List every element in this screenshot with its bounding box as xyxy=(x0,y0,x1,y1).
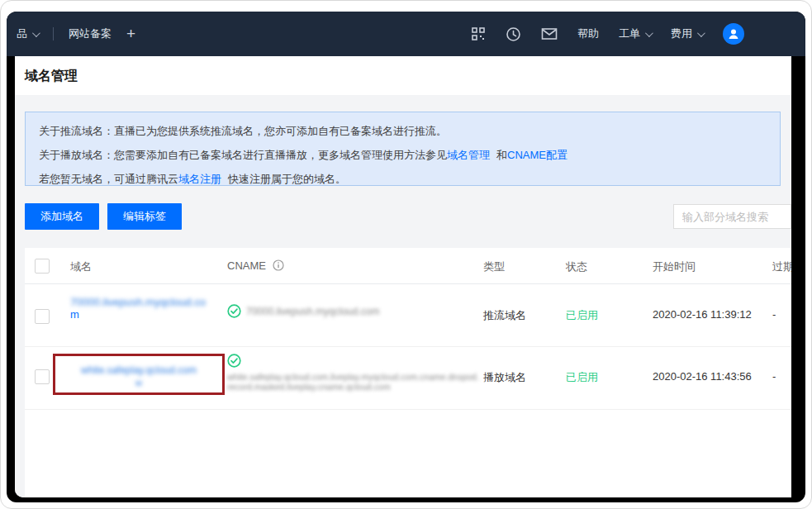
product-menu[interactable]: 品 xyxy=(17,26,38,41)
mail-icon[interactable] xyxy=(541,27,558,40)
chevron-down-icon xyxy=(32,29,40,37)
topbar-left: 品 网站备案 + xyxy=(17,12,135,56)
page-content: 域名管理 关于推流域名：直播已为您提供系统推流域名，您亦可添加自有已备案域名进行… xyxy=(15,56,791,497)
info-icon[interactable] xyxy=(273,259,284,271)
domain-table: 域名 CNAME 类型 状态 开始时间 过期时间 70000.livepush.… xyxy=(25,248,791,497)
status-badge: 已启用 xyxy=(566,308,598,323)
plus-icon: + xyxy=(126,25,135,43)
notice-box: 关于推流域名：直播已为您提供系统推流域名，您亦可添加自有已备案域名进行推流。 关… xyxy=(25,112,781,186)
header-cname: CNAME xyxy=(227,259,284,272)
qr-code-icon[interactable] xyxy=(471,26,486,41)
type-cell: 播放域名 xyxy=(483,370,526,385)
title-bar: 域名管理 xyxy=(15,56,791,95)
table-row: white.safeplay.qcloud.com w white.safepl… xyxy=(25,347,791,410)
row-checkbox[interactable] xyxy=(35,369,50,384)
domain-search-input[interactable] xyxy=(673,204,791,229)
expire-time-cell: - xyxy=(772,370,776,383)
nav-item-beian[interactable]: 网站备案 xyxy=(69,26,112,41)
header-start-time: 开始时间 xyxy=(653,259,696,274)
ticket-menu[interactable]: 工单 xyxy=(619,26,651,41)
domain-cell[interactable]: 70000.livepush.myqcloud.co m xyxy=(70,296,206,321)
notice-line-1: 关于推流域名：直播已为您提供系统推流域名，您亦可添加自有已备案域名进行推流。 xyxy=(39,119,767,143)
ticket-label: 工单 xyxy=(619,26,640,41)
notice-line-3: 若您暂无域名，可通过腾讯云域名注册快速注册属于您的域名。 xyxy=(39,167,767,191)
cname-config-link[interactable]: CNAME配置 xyxy=(507,149,567,161)
avatar[interactable] xyxy=(723,23,744,45)
table-header-row: 域名 CNAME 类型 状态 开始时间 过期时间 xyxy=(25,248,791,284)
header-domain: 域名 xyxy=(70,259,92,274)
notice-line-2: 关于播放域名：您需要添加自有已备案域名进行直播播放，更多域名管理使用方法参见域名… xyxy=(39,143,767,167)
chevron-down-icon xyxy=(645,29,653,37)
help-link[interactable]: 帮助 xyxy=(577,26,599,41)
edit-tags-button[interactable]: 编辑标签 xyxy=(107,203,182,230)
header-expire-time: 过期时间 xyxy=(772,259,791,274)
product-menu-label: 品 xyxy=(17,26,27,41)
help-label: 帮助 xyxy=(577,26,599,41)
nav-item-beian-label: 网站备案 xyxy=(69,26,112,41)
check-circle-icon xyxy=(227,354,241,368)
domain-management-link[interactable]: 域名管理 xyxy=(447,149,490,161)
check-circle-icon xyxy=(227,304,241,318)
add-tab-button[interactable]: + xyxy=(126,25,135,43)
header-type: 类型 xyxy=(483,259,505,274)
screenshot-canvas: 品 网站备案 + 帮助 工单 xyxy=(0,0,812,509)
billing-menu[interactable]: 费用 xyxy=(671,26,703,41)
topbar-divider xyxy=(53,27,54,40)
domain-cell[interactable]: white.safeplay.qcloud.com xyxy=(81,364,197,376)
status-badge: 已启用 xyxy=(566,370,598,385)
domain-register-link[interactable]: 域名注册 xyxy=(178,173,221,185)
chevron-down-icon xyxy=(697,29,705,37)
table-row: 70000.livepush.myqcloud.co m 70000.livep… xyxy=(25,284,791,347)
row-checkbox[interactable] xyxy=(35,309,50,324)
expire-time-cell: - xyxy=(772,308,776,321)
cname-cell: white.safeplay.qcloud.com.liveplay.myqcl… xyxy=(227,354,479,392)
top-navbar: 品 网站备案 + 帮助 工单 xyxy=(7,12,805,56)
type-cell: 推流域名 xyxy=(483,308,526,323)
billing-label: 费用 xyxy=(671,26,692,41)
topbar-right: 帮助 工单 费用 xyxy=(471,12,744,56)
header-status: 状态 xyxy=(566,259,587,274)
annotation-highlight-box: white.safeplay.qcloud.com w xyxy=(53,354,225,395)
add-domain-button[interactable]: 添加域名 xyxy=(25,203,99,230)
start-time-cell: 2020-02-16 11:43:56 xyxy=(653,370,752,383)
select-all-checkbox[interactable] xyxy=(35,259,50,274)
start-time-cell: 2020-02-16 11:39:12 xyxy=(653,308,752,321)
cname-cell: 70000.livepush.myqcloud.com xyxy=(227,304,379,318)
page-title: 域名管理 xyxy=(25,68,78,85)
clock-icon[interactable] xyxy=(506,26,521,42)
